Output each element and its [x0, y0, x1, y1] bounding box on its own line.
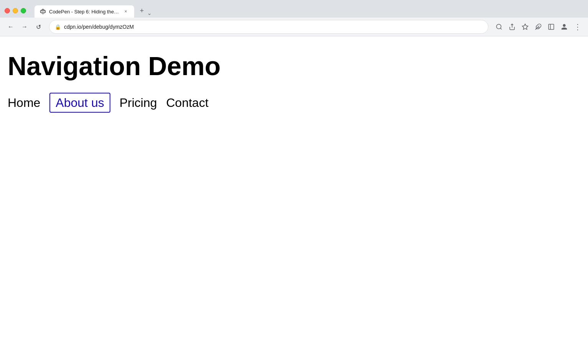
main-navigation: Home About us Pricing Contact: [8, 96, 580, 110]
minimize-window-button[interactable]: [13, 8, 18, 13]
svg-marker-9: [522, 24, 528, 30]
address-bar[interactable]: 🔒 cdpn.io/pen/debug/dymzOzM: [49, 20, 488, 34]
nav-link-home[interactable]: Home: [8, 96, 40, 110]
close-window-button[interactable]: [5, 8, 10, 13]
traffic-lights: [5, 8, 26, 13]
extensions-button[interactable]: [532, 21, 544, 33]
browser-toolbar: ← → ↺ 🔒 cdpn.io/pen/debug/dymzOzM: [0, 18, 588, 36]
page-title: Navigation Demo: [8, 52, 580, 80]
nav-link-pricing[interactable]: Pricing: [120, 96, 157, 110]
tab-close-button[interactable]: ×: [123, 8, 129, 15]
nav-item-home[interactable]: Home: [8, 96, 40, 110]
browser-chrome: CodePen - Step 6: Hiding the l... × + ⌄ …: [0, 0, 588, 36]
back-button[interactable]: ←: [5, 21, 17, 33]
tab-list-chevron[interactable]: ⌄: [147, 10, 152, 18]
tab-bar: CodePen - Step 6: Hiding the l... × + ⌄: [31, 5, 155, 18]
reload-button[interactable]: ↺: [32, 21, 44, 33]
nav-item-pricing[interactable]: Pricing: [120, 96, 157, 110]
url-text: cdpn.io/pen/debug/dymzOzM: [64, 24, 483, 30]
nav-item-about[interactable]: About us: [49, 96, 110, 110]
nav-link-about[interactable]: About us: [49, 93, 110, 113]
profile-button[interactable]: [558, 21, 570, 33]
share-button[interactable]: [506, 21, 518, 33]
codepen-tab-icon: [40, 8, 46, 15]
nav-item-contact[interactable]: Contact: [166, 96, 208, 110]
svg-point-6: [496, 24, 501, 29]
tab-title: CodePen - Step 6: Hiding the l...: [49, 9, 120, 15]
title-bar: CodePen - Step 6: Hiding the l... × + ⌄: [0, 0, 588, 18]
bookmark-button[interactable]: [519, 21, 531, 33]
sidebar-button[interactable]: [545, 21, 557, 33]
menu-button[interactable]: ⋮: [571, 21, 583, 33]
search-button[interactable]: [493, 21, 505, 33]
active-tab[interactable]: CodePen - Step 6: Hiding the l... ×: [34, 5, 134, 18]
toolbar-right: ⋮: [493, 21, 583, 33]
new-tab-button[interactable]: +: [136, 5, 147, 16]
page-content: Navigation Demo Home About us Pricing Co…: [0, 36, 588, 364]
forward-button[interactable]: →: [18, 21, 31, 33]
nav-links-list: Home About us Pricing Contact: [8, 96, 580, 110]
lock-icon: 🔒: [55, 24, 61, 30]
nav-link-contact[interactable]: Contact: [166, 96, 208, 110]
svg-rect-12: [549, 24, 554, 30]
svg-line-7: [500, 28, 501, 29]
maximize-window-button[interactable]: [21, 8, 26, 13]
